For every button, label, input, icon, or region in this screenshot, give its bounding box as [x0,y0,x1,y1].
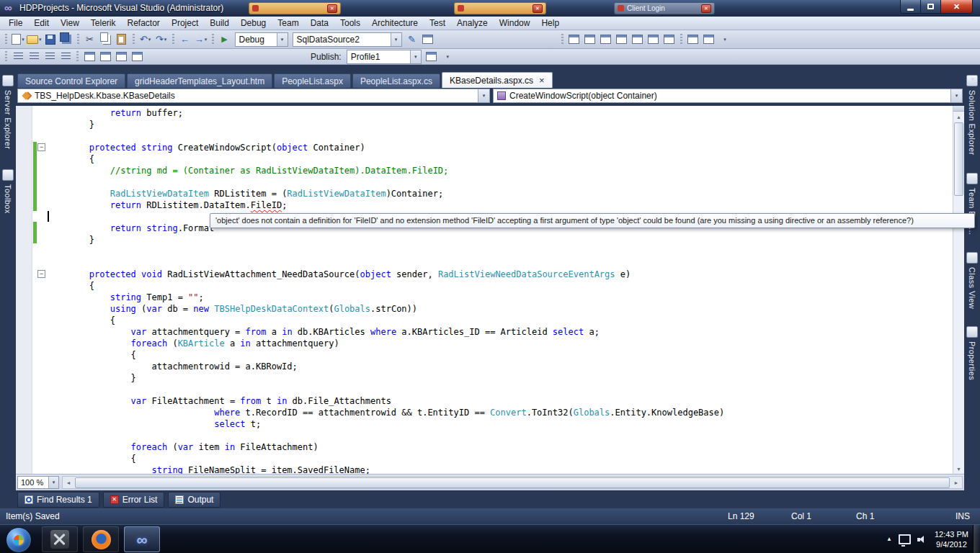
toolbar-grip[interactable] [131,34,136,45]
title-bar[interactable]: ∞ HDPProjects - Microsoft Visual Studio … [0,0,980,17]
breakpoint-margin[interactable] [16,106,32,474]
menu-architecture[interactable]: Architecture [366,17,424,30]
scroll-right-button[interactable]: ► [950,480,962,485]
toolbox-button[interactable] [615,32,629,47]
chevron-down-icon[interactable]: ▾ [950,89,962,102]
paste-button[interactable] [115,32,129,47]
volume-tray-icon[interactable] [917,535,926,544]
menu-project[interactable]: Project [166,17,204,30]
solution-explorer-button[interactable] [567,32,582,47]
toggle-bookmark-button[interactable] [98,50,112,64]
properties-window-button[interactable] [583,32,597,47]
start-button[interactable] [6,527,32,553]
menu-view[interactable]: View [55,17,85,30]
query-designer-button[interactable]: ✎ [405,32,419,47]
panel-tab-find-results-1[interactable]: Find Results 1 [17,492,99,508]
horizontal-scrollbar[interactable]: ◄ ► [62,476,963,489]
tab-gridheadertemplates-layout-htm[interactable]: gridHeaderTemplates_Layout.htm [127,73,272,88]
scroll-up-button[interactable]: ▲ [953,112,964,122]
menu-analyze[interactable]: Analyze [451,17,494,30]
decrease-indent-button[interactable] [11,50,25,64]
find-in-files-button[interactable] [421,32,435,47]
toolbar-grip[interactable] [4,51,9,63]
undo-button[interactable]: ↶▾ [138,32,153,47]
show-hidden-icons-button[interactable]: ▲ [886,536,892,542]
member-selector-dropdown[interactable]: CreateWindowScript(object Container) ▾ [493,89,963,103]
menu-refactor[interactable]: Refactor [122,17,166,30]
panel-tab-error-list[interactable]: Error List [103,492,165,508]
close-button[interactable]: ✕ [940,0,973,14]
scroll-left-button[interactable]: ◄ [63,480,74,485]
debug-configuration-combo[interactable]: Debug▾ [235,32,288,47]
toolbar-grip[interactable] [679,34,684,45]
side-tab-server-explorer[interactable]: Server Explorer [2,75,14,149]
toolbar-grip[interactable] [210,34,215,45]
display-tray-icon[interactable] [899,534,911,544]
menu-file[interactable]: File [3,17,28,30]
chevron-down-icon[interactable]: ▾ [391,33,401,46]
tab-kbasedetails-aspx-cs[interactable]: KBaseDetails.aspx.cs× [442,72,553,88]
menu-telerik[interactable]: Telerik [85,17,122,30]
new-project-button[interactable]: ▾ [11,32,25,47]
maximize-button[interactable] [921,0,940,14]
toolbar-grip[interactable] [560,34,565,45]
clear-bookmarks-button[interactable] [130,50,144,64]
toolbar-grip[interactable] [75,51,80,63]
start-page-button[interactable] [686,32,700,47]
toolbar-overflow-button[interactable]: ▾ [440,50,455,64]
save-all-button[interactable] [59,32,74,47]
extension-manager-button[interactable] [702,32,716,47]
menu-debug[interactable]: Debug [235,17,272,30]
save-button[interactable] [43,32,58,47]
next-bookmark-button[interactable] [114,50,128,64]
previous-bookmark-button[interactable] [82,50,97,64]
show-desktop-button[interactable] [973,525,980,553]
panel-tab-output[interactable]: Output [168,492,220,508]
navigate-back-button[interactable]: ← [178,32,192,47]
chevron-down-icon[interactable]: ▾ [410,50,421,63]
menu-test[interactable]: Test [424,17,451,30]
datasource-combo[interactable]: SqlDataSource2▾ [293,32,402,47]
scrollbar-thumb[interactable] [954,122,963,196]
minimize-button[interactable] [900,0,921,14]
taskbar-clock[interactable]: 12:43 PM 9/4/2012 [935,529,968,549]
type-selector-dropdown[interactable]: TBS_HelpDesk.Kbase.KBaseDetails ▾ [17,89,490,103]
background-window-tab[interactable]: Client Login✕ [614,2,715,14]
close-icon[interactable]: × [539,76,545,85]
background-window-tab[interactable]: ✕ [454,2,546,14]
scroll-down-button[interactable]: ▼ [953,464,964,474]
object-browser-button[interactable] [599,32,613,47]
splitter-grip[interactable] [953,106,964,112]
toolbar-grip[interactable] [4,34,9,45]
chevron-down-icon[interactable]: ▾ [478,89,489,102]
command-window-button[interactable] [662,32,677,47]
toolbar-grip[interactable] [76,34,81,45]
menu-help[interactable]: Help [535,17,565,30]
start-debug-button[interactable]: ▶ [218,32,232,47]
tab-list-chevron-icon[interactable]: ▾ [971,76,974,83]
publish-profile-combo[interactable]: Profile1▾ [347,50,422,64]
navigate-forward-button[interactable]: →▾ [194,32,208,47]
close-icon[interactable]: ✕ [327,4,337,13]
close-icon[interactable]: ✕ [701,4,711,13]
open-file-button[interactable]: ▾ [27,32,42,47]
scrollbar-thumb[interactable] [75,477,950,488]
tab-peoplelist-aspx[interactable]: PeopleList.aspx [274,73,351,88]
toolbar-grip[interactable] [171,34,176,45]
zoom-combo[interactable]: 100 % ▾ [17,476,59,489]
menu-tools[interactable]: Tools [334,17,366,30]
copy-button[interactable] [99,32,113,47]
vertical-scrollbar[interactable]: ▲ ▼ [953,106,964,474]
taskbar-firefox-button[interactable] [83,526,119,552]
publish-button[interactable] [424,50,439,64]
menu-window[interactable]: Window [494,17,536,30]
taskbar-tools-app-button[interactable] [42,526,78,552]
tab-source-control-explorer[interactable]: Source Control Explorer [17,73,125,88]
redo-button[interactable]: ↷▾ [154,32,169,47]
background-window-tab[interactable]: ✕ [249,2,341,14]
close-icon[interactable]: ✕ [533,4,543,13]
code-lines[interactable]: return buffer; } protected string Create… [48,107,952,474]
side-tab-class-view[interactable]: Class View [966,252,978,309]
menu-team[interactable]: Team [272,17,304,30]
immediate-window-button[interactable] [646,32,661,47]
